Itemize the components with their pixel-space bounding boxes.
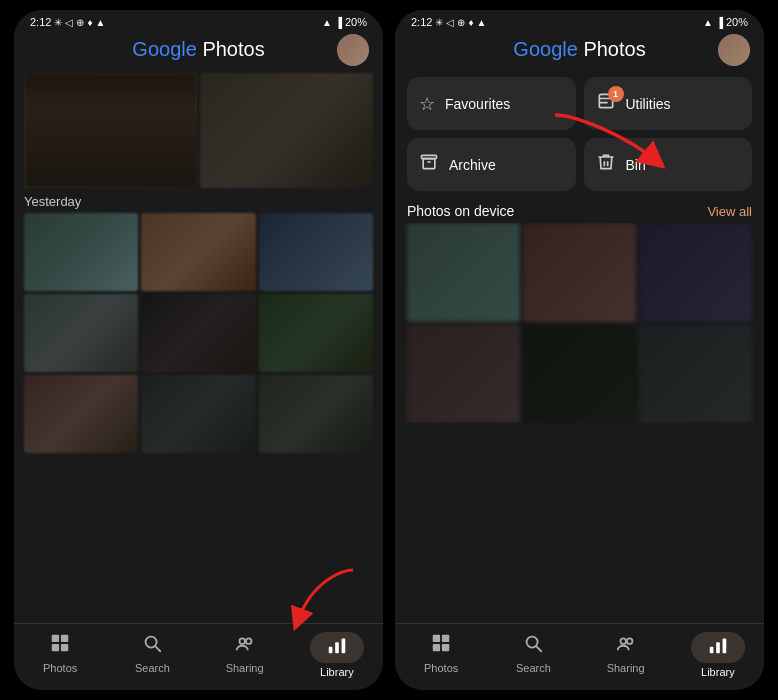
left-nav-search-label: Search [135, 662, 170, 674]
left-avatar[interactable] [337, 34, 369, 66]
left-google-text: Google [132, 38, 197, 60]
left-bottom-nav: Photos Search [14, 623, 383, 690]
left-photo-11[interactable] [259, 375, 373, 453]
right-utilities-badge: 1 [608, 86, 624, 102]
svg-rect-3 [61, 644, 68, 651]
right-bin-card[interactable]: Bin [584, 138, 753, 191]
left-location-icon: ◁ [65, 17, 73, 28]
left-photo-6[interactable] [24, 294, 138, 372]
left-status-bar: 2:12 ✳ ◁ ⊕ ♦ ▲ ▲ ▐ 20% [14, 10, 383, 30]
right-device-photo-4[interactable] [407, 325, 520, 424]
left-app-header: Google Photos [14, 30, 383, 69]
left-photo-grid: Yesterday [14, 69, 383, 623]
left-photo-4[interactable] [141, 213, 255, 291]
right-avatar[interactable] [718, 34, 750, 66]
right-bin-label: Bin [626, 157, 646, 173]
right-nav-library-label: Library [701, 666, 735, 678]
left-sharing-icon [234, 632, 256, 659]
right-device-photo-6[interactable] [639, 325, 752, 424]
left-nav-photos[interactable]: Photos [14, 632, 106, 678]
left-nav-photos-label: Photos [43, 662, 77, 674]
left-nav-library[interactable]: Library [291, 632, 383, 678]
left-nav-search[interactable]: Search [106, 632, 198, 678]
right-time: 2:12 [411, 16, 432, 28]
right-utilities-label: Utilities [626, 96, 671, 112]
right-nav-library[interactable]: Library [672, 632, 764, 678]
right-nav-photos-label: Photos [424, 662, 458, 674]
right-nav-sharing[interactable]: Sharing [580, 632, 672, 678]
right-bin-icon [596, 152, 616, 177]
right-photos-text: Photos [583, 38, 645, 60]
svg-rect-25 [710, 647, 714, 653]
right-alarm-icon: ▲ [477, 17, 487, 28]
svg-rect-2 [52, 644, 59, 651]
right-nav-search-label: Search [516, 662, 551, 674]
right-battery: 20% [726, 16, 748, 28]
left-photo-5[interactable] [259, 213, 373, 291]
left-photo-7[interactable] [141, 294, 255, 372]
right-location-icon: ◁ [446, 17, 454, 28]
left-small-grid [24, 213, 373, 453]
right-device-photo-2[interactable] [523, 223, 636, 322]
right-device-photo-3[interactable] [639, 223, 752, 322]
left-photo-3[interactable] [24, 213, 138, 291]
left-photo-2[interactable] [200, 73, 373, 188]
right-nav-photos[interactable]: Photos [395, 632, 487, 678]
svg-rect-1 [61, 635, 68, 642]
left-data-icon: ⊕ [76, 17, 84, 28]
right-nav-library-bg [691, 632, 745, 663]
right-app-title: Google Photos [513, 38, 645, 61]
svg-point-21 [527, 637, 538, 648]
right-data-icon: ⊕ [457, 17, 465, 28]
right-library-row-2: Archive Bin [407, 138, 752, 191]
right-status-bar: 2:12 ✳ ◁ ⊕ ♦ ▲ ▲ ▐ 20% [395, 10, 764, 30]
left-nav-sharing[interactable]: Sharing [199, 632, 291, 678]
right-favourites-icon: ☆ [419, 93, 435, 115]
left-nav-library-label: Library [320, 666, 354, 678]
right-section-title: Photos on device [407, 203, 514, 219]
svg-rect-17 [433, 635, 440, 642]
left-search-icon [141, 632, 163, 659]
right-device-photo-1[interactable] [407, 223, 520, 322]
left-photo-10[interactable] [141, 375, 255, 453]
svg-point-7 [246, 638, 252, 644]
right-archive-card[interactable]: Archive [407, 138, 576, 191]
svg-rect-26 [716, 642, 720, 653]
left-alarm-icon: ▲ [96, 17, 106, 28]
left-signal-bars: ▐ [335, 17, 342, 28]
left-wifi-icon2: ♦ [87, 17, 92, 28]
left-photo-8[interactable] [259, 294, 373, 372]
right-photos-icon [430, 632, 452, 659]
svg-rect-9 [335, 642, 339, 653]
right-wifi-icon: ▲ [703, 17, 713, 28]
svg-rect-8 [329, 647, 333, 653]
svg-rect-10 [341, 639, 345, 654]
left-battery: 20% [345, 16, 367, 28]
right-phone-screen: 2:12 ✳ ◁ ⊕ ♦ ▲ ▲ ▐ 20% Google Photos [395, 10, 764, 690]
svg-rect-18 [442, 635, 449, 642]
left-nav-sharing-label: Sharing [226, 662, 264, 674]
svg-rect-0 [52, 635, 59, 642]
svg-point-24 [627, 638, 633, 644]
svg-rect-15 [423, 159, 435, 169]
left-photo-9[interactable] [24, 375, 138, 453]
left-photos-icon [49, 632, 71, 659]
right-nav-search[interactable]: Search [487, 632, 579, 678]
right-view-all[interactable]: View all [707, 204, 752, 219]
left-time: 2:12 [30, 16, 51, 28]
svg-rect-27 [722, 639, 726, 654]
right-utilities-icon-wrap: 1 [596, 91, 616, 116]
svg-rect-20 [442, 644, 449, 651]
left-wifi-icon: ▲ [322, 17, 332, 28]
right-utilities-card[interactable]: 1 Utilities [584, 77, 753, 130]
left-photo-row-1 [24, 73, 373, 188]
right-sharing-icon [615, 632, 637, 659]
left-photo-1[interactable] [24, 73, 197, 188]
right-signal-icon: ✳ [435, 17, 443, 28]
right-device-photo-5[interactable] [523, 325, 636, 424]
right-favourites-card[interactable]: ☆ Favourites [407, 77, 576, 130]
right-favourites-label: Favourites [445, 96, 510, 112]
right-archive-label: Archive [449, 157, 496, 173]
left-signal-icon: ✳ [54, 17, 62, 28]
left-library-icon [326, 634, 348, 661]
